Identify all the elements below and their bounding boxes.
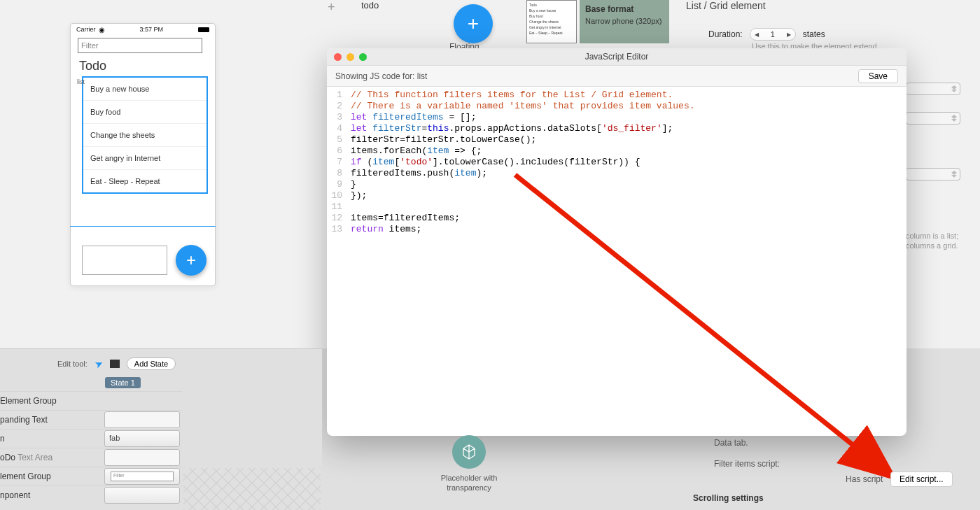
filter-script-label: Filter items script: xyxy=(714,459,780,469)
layer-row[interactable]: nfab xyxy=(0,429,182,448)
stepper-right-icon[interactable]: ▶ xyxy=(787,31,791,38)
new-todo-input[interactable] xyxy=(82,246,167,275)
duration-value: 1 xyxy=(771,30,775,38)
edit-tool-label: Edit tool: xyxy=(57,360,88,368)
line-gutter: 12345678910111213 xyxy=(327,90,346,235)
list-selection-label: list xyxy=(77,78,85,85)
todo-list[interactable]: Buy a new house Buy food Change the shee… xyxy=(82,76,208,194)
pointer-tool-icon[interactable]: ➤ xyxy=(92,357,105,371)
window-title: JavaScript Editor xyxy=(585,52,649,62)
screen-thumbnail[interactable]: Todo Buy a new house Buy food Change the… xyxy=(526,0,577,43)
editor-context: Showing JS code for: list xyxy=(335,71,427,81)
minimize-icon[interactable] xyxy=(346,53,354,61)
list-item[interactable]: Buy food xyxy=(83,101,206,124)
dropdown[interactable] xyxy=(906,112,960,125)
layer-row[interactable]: nponent xyxy=(0,486,182,504)
floating-action-preview[interactable]: + xyxy=(454,4,493,43)
close-icon[interactable] xyxy=(334,53,342,61)
data-tab-hint: Data tab. xyxy=(714,438,748,448)
js-editor-window: JavaScript Editor Showing JS code for: l… xyxy=(327,48,906,436)
duration-label: Duration: xyxy=(708,29,743,39)
edit-script-button[interactable]: Edit script... xyxy=(890,472,953,487)
base-format-title: Base format xyxy=(585,4,664,14)
duration-stepper[interactable]: ◀ 1 ▶ xyxy=(750,28,796,41)
layer-row[interactable]: lement GroupFilter xyxy=(0,467,182,486)
clock: 3:57 PM xyxy=(139,26,163,33)
list-item[interactable]: Buy a new house xyxy=(83,78,206,101)
layer-row[interactable]: Element Group xyxy=(0,391,182,410)
dropdown[interactable] xyxy=(906,83,960,95)
save-button[interactable]: Save xyxy=(858,69,898,83)
zoom-icon[interactable] xyxy=(359,53,367,61)
state-tab[interactable]: State 1 xyxy=(105,377,141,388)
element-label: todo xyxy=(361,0,379,10)
list-grid-hint: column is a list; columns a grid. xyxy=(906,231,958,250)
clapperboard-icon[interactable] xyxy=(110,360,120,368)
window-titlebar[interactable]: JavaScript Editor xyxy=(327,48,906,66)
battery-icon xyxy=(198,27,209,32)
inspector-title: List / Grid element xyxy=(686,0,766,11)
has-script-label: Has script xyxy=(846,474,883,484)
base-format-tile[interactable]: Base format Narrow phone (320px) xyxy=(580,0,669,43)
list-item[interactable]: Get angry in Internet xyxy=(83,147,206,170)
layer-row[interactable]: panding Text xyxy=(0,410,182,429)
filter-input[interactable]: Filter xyxy=(78,38,202,53)
states-label: states xyxy=(803,29,825,39)
page-title: Todo xyxy=(79,59,206,73)
code-editor[interactable]: 12345678910111213 // This function filte… xyxy=(327,87,906,235)
stepper-left-icon[interactable]: ◀ xyxy=(755,31,759,38)
placeholder-caption: Placeholder with transparency xyxy=(420,473,518,493)
wifi-icon: ◉ xyxy=(99,26,105,34)
placeholder-icon[interactable] xyxy=(452,435,486,469)
phone-preview: Carrier ◉ 3:57 PM Filter Todo Buy a new … xyxy=(70,23,216,286)
layer-row[interactable]: oDo Text Area xyxy=(0,448,182,467)
layers-panel: Edit tool: ➤ Add State State 1 Element G… xyxy=(0,348,322,510)
list-item[interactable]: Change the sheets xyxy=(83,124,206,147)
list-item[interactable]: Eat - Sleep - Repeat xyxy=(83,170,206,192)
transparency-pattern xyxy=(183,468,321,510)
dropdown[interactable] xyxy=(906,168,960,180)
carrier-label: Carrier xyxy=(76,26,96,33)
status-bar: Carrier ◉ 3:57 PM xyxy=(71,24,215,35)
base-format-subtitle: Narrow phone (320px) xyxy=(585,17,664,25)
scrolling-settings-heading: Scrolling settings xyxy=(693,493,764,503)
add-icon[interactable]: + xyxy=(328,0,335,15)
add-state-button[interactable]: Add State xyxy=(127,357,176,370)
add-fab[interactable]: + xyxy=(176,245,206,276)
